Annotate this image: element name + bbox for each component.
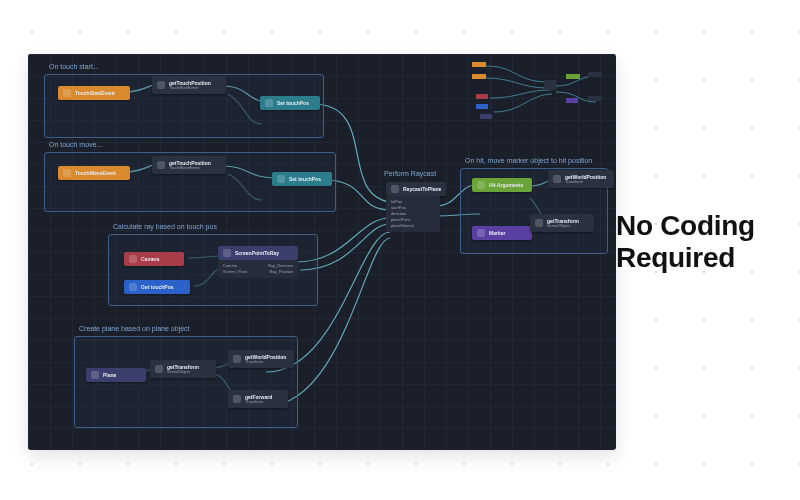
- svg-rect-6: [566, 74, 580, 79]
- minimap[interactable]: [466, 54, 616, 132]
- fn-icon: [233, 355, 241, 363]
- args-icon: [477, 181, 485, 189]
- node-raycast-ports: hitPos startPos direction planePoint pla…: [386, 196, 440, 232]
- fn-icon: [223, 249, 231, 257]
- group-calc-ray-label: Calculate ray based on touch pos: [113, 223, 217, 230]
- svg-rect-9: [588, 96, 602, 101]
- node-get-transform-2[interactable]: getTransform SceneObject: [530, 214, 594, 232]
- group-create-plane-label: Create plane based on plane object: [79, 325, 190, 332]
- node-get-touch-pos-2[interactable]: getTouchPosition TouchMoveEvent: [152, 156, 226, 174]
- group-touch-start-label: On touch start...: [49, 63, 99, 70]
- var-icon: [129, 283, 137, 291]
- svg-rect-7: [566, 98, 578, 103]
- node-label: getForward Transform: [245, 394, 272, 404]
- svg-rect-3: [476, 104, 488, 109]
- node-label: TouchMoveEvent: [75, 170, 116, 176]
- var-icon: [277, 175, 285, 183]
- node-get-touchpos-var[interactable]: Get touchPos: [124, 280, 190, 294]
- node-get-world-pos-2[interactable]: getWorldPosition Transform: [548, 170, 614, 188]
- node-camera[interactable]: Camera: [124, 252, 184, 266]
- node-touch-start-event[interactable]: TouchStartEvent: [58, 86, 130, 100]
- svg-rect-2: [476, 94, 488, 99]
- node-label: getTouchPosition TouchMoveEvent: [169, 160, 211, 170]
- node-get-world-pos-1[interactable]: getWorldPosition Transform: [228, 350, 294, 368]
- event-icon: [63, 89, 71, 97]
- node-editor-panel[interactable]: On touch start... TouchStartEvent getTou…: [28, 54, 616, 450]
- node-label: getTouchPosition TouchStartEvent: [169, 80, 211, 90]
- camera-icon: [129, 255, 137, 263]
- node-label: getTransform SceneObject: [547, 218, 579, 228]
- svg-rect-4: [480, 114, 492, 119]
- node-label: getWorldPosition Transform: [245, 354, 286, 364]
- node-label: Hit Arguments: [489, 182, 523, 188]
- headline-text: No Coding Required: [616, 210, 755, 273]
- fn-icon: [535, 219, 543, 227]
- node-label: ScreenPointToRay: [235, 250, 279, 256]
- object-icon: [91, 371, 99, 379]
- svg-rect-8: [588, 72, 602, 77]
- svg-rect-0: [472, 62, 486, 67]
- fn-icon: [157, 161, 165, 169]
- group-touch-move-label: On touch move...: [49, 141, 102, 148]
- group-on-hit-label: On hit, move marker object to hit positi…: [465, 157, 592, 164]
- node-screen-to-ray[interactable]: ScreenPointToRay: [218, 246, 298, 260]
- node-set-touch-pos-2[interactable]: Set touchPos: [272, 172, 332, 186]
- object-icon: [477, 229, 485, 237]
- node-label: Get touchPos: [141, 284, 174, 290]
- group-raycast-label: Perform Raycast: [384, 170, 436, 177]
- fn-icon: [553, 175, 561, 183]
- node-label: Plane: [103, 372, 116, 378]
- node-label: TouchStartEvent: [75, 90, 115, 96]
- svg-rect-5: [544, 80, 556, 90]
- node-label: Camera: [141, 256, 159, 262]
- node-screen-to-ray-ports: CameraRay_Direction Screen_PointRay_Posi…: [218, 260, 298, 278]
- node-get-transform-1[interactable]: getTransform SceneObject: [150, 360, 216, 378]
- node-label: getTransform SceneObject: [167, 364, 199, 374]
- var-icon: [265, 99, 273, 107]
- node-label: getWorldPosition Transform: [565, 174, 606, 184]
- node-hit-args[interactable]: Hit Arguments: [472, 178, 532, 192]
- node-touch-move-event[interactable]: TouchMoveEvent: [58, 166, 130, 180]
- fn-icon: [157, 81, 165, 89]
- node-set-touch-pos-1[interactable]: Set touchPos: [260, 96, 320, 110]
- node-marker[interactable]: Marker: [472, 226, 532, 240]
- fn-icon: [155, 365, 163, 373]
- fn-icon: [233, 395, 241, 403]
- node-plane[interactable]: Plane: [86, 368, 146, 382]
- node-label: Set touchPos: [277, 100, 309, 106]
- node-get-touch-pos-1[interactable]: getTouchPosition TouchStartEvent: [152, 76, 226, 94]
- node-raycast-plane[interactable]: RaycastToPlane: [386, 182, 446, 196]
- headline: No Coding Required: [616, 210, 776, 274]
- node-label: Marker: [489, 230, 505, 236]
- node-label: Set touchPos: [289, 176, 321, 182]
- node-label: RaycastToPlane: [403, 186, 441, 192]
- svg-rect-1: [472, 74, 486, 79]
- node-get-forward[interactable]: getForward Transform: [228, 390, 288, 408]
- event-icon: [63, 169, 71, 177]
- fn-icon: [391, 185, 399, 193]
